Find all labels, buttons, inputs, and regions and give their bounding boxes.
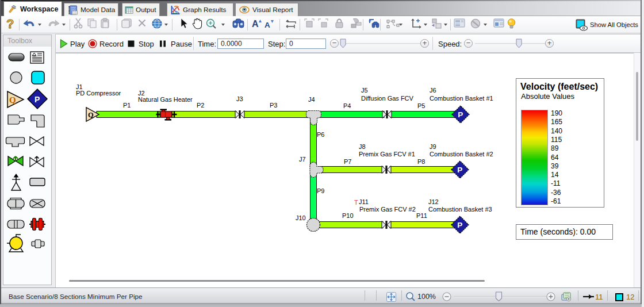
svg-text:Combustion Basket #3: Combustion Basket #3: [428, 206, 492, 213]
svg-text:P9: P9: [317, 187, 324, 194]
svg-text:J10: J10: [296, 214, 306, 221]
svg-text:J4: J4: [308, 96, 315, 103]
svg-text:P: P: [457, 166, 462, 174]
svg-text:J11: J11: [359, 198, 369, 205]
svg-text:P2: P2: [197, 102, 204, 109]
svg-text:Premix Gas FCV #2: Premix Gas FCV #2: [359, 206, 416, 213]
svg-text:P4: P4: [343, 102, 351, 109]
svg-text:P5: P5: [417, 102, 425, 109]
svg-text:J8: J8: [359, 143, 366, 150]
svg-text:P8: P8: [417, 158, 425, 165]
svg-text:P10: P10: [342, 212, 354, 219]
svg-text:Q: Q: [88, 111, 94, 119]
svg-text:P7: P7: [344, 158, 351, 165]
svg-text:Diffusion Gas FCV: Diffusion Gas FCV: [361, 95, 414, 102]
svg-text:P: P: [457, 221, 462, 229]
svg-text:T: T: [354, 199, 358, 206]
svg-text:J9: J9: [430, 143, 436, 150]
svg-text:P6: P6: [317, 131, 324, 138]
svg-text:J5: J5: [361, 87, 368, 94]
svg-text:Combustion Basket #1: Combustion Basket #1: [430, 95, 493, 102]
svg-text:PD Compressor: PD Compressor: [76, 90, 121, 97]
svg-text:P1: P1: [123, 102, 131, 109]
svg-text:P3: P3: [270, 102, 277, 109]
svg-text:J3: J3: [236, 95, 243, 102]
svg-text:Combustion Basket #2: Combustion Basket #2: [430, 151, 493, 158]
svg-text:P: P: [458, 110, 463, 119]
svg-text:Natural Gas Heater: Natural Gas Heater: [138, 96, 193, 103]
svg-text:P11: P11: [416, 212, 427, 219]
svg-text:Premix Gas FCV #1: Premix Gas FCV #1: [359, 151, 415, 158]
svg-text:J7: J7: [299, 156, 306, 163]
svg-text:J12: J12: [428, 198, 439, 205]
svg-text:J6: J6: [430, 87, 436, 94]
